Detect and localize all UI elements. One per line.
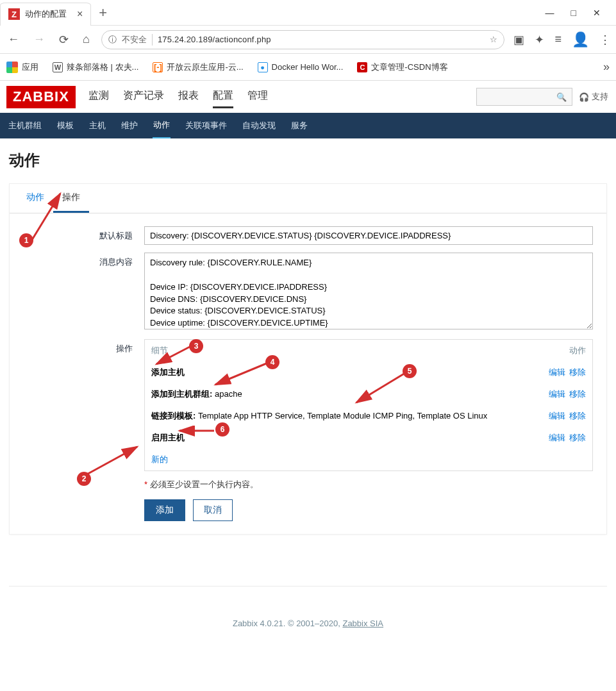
tab-title: 动作的配置 [25, 8, 67, 20]
tab-operations[interactable]: 操作 [53, 184, 89, 213]
extension-icon[interactable]: ▣ [513, 33, 524, 47]
remove-link[interactable]: 移除 [569, 432, 586, 444]
callout-4: 4 [265, 355, 279, 369]
zabbix-header: ZABBIX 监测 资产记录 报表 配置 管理 🔍 🎧支持 [0, 81, 616, 113]
subnav-actions[interactable]: 动作 [153, 113, 171, 139]
bookmark-label: Docker Hello Wor... [272, 62, 344, 72]
label-operations: 操作 [32, 339, 144, 354]
sub-nav: 主机群组 模板 主机 维护 动作 关联项事件 自动发现 服务 [0, 113, 616, 138]
footer: Zabbix 4.0.21. © 2001–2020, Zabbix SIA [9, 586, 607, 647]
bookmark-item[interactable]: ●Docker Hello Wor... [258, 62, 344, 72]
main-nav: 监测 资产记录 报表 配置 管理 [88, 85, 268, 108]
subnav-hosts[interactable]: 主机 [88, 113, 106, 138]
window-controls: — □ ✕ [545, 8, 616, 18]
ops-header: 细节 动作 [145, 340, 592, 362]
callout-2: 2 [77, 472, 91, 486]
nav-monitoring[interactable]: 监测 [88, 85, 109, 108]
back-icon[interactable]: ← [5, 30, 22, 49]
nav-inventory[interactable]: 资产记录 [123, 85, 164, 108]
maximize-icon[interactable]: □ [571, 8, 576, 18]
label-subject: 默认标题 [32, 226, 144, 242]
info-icon[interactable]: ⓘ [108, 34, 117, 46]
remove-link[interactable]: 移除 [569, 388, 586, 400]
col-action: 动作 [535, 345, 586, 356]
label-message: 消息内容 [32, 253, 144, 268]
callout-3: 3 [189, 339, 203, 353]
callout-6: 6 [215, 422, 229, 437]
subnav-correlation[interactable]: 关联项事件 [185, 113, 228, 138]
browser-tab[interactable]: Z 动作的配置 × [0, 3, 91, 26]
toolbar-icons: ▣ ✦ ≡ 👤 ⋮ [513, 31, 611, 48]
header-right: 🔍 🎧支持 [476, 88, 608, 106]
form-tabs: 动作 操作 [10, 184, 606, 213]
operation-row: 启用主机 编辑 移除 [145, 427, 592, 449]
headset-icon: 🎧 [579, 92, 589, 102]
zabbix-logo[interactable]: ZABBIX [6, 86, 76, 108]
minimize-icon[interactable]: — [545, 8, 554, 18]
reading-list-icon[interactable]: ≡ [554, 33, 562, 46]
edit-link[interactable]: 编辑 [549, 367, 565, 378]
url-box[interactable]: ⓘ 不安全 175.24.20.189/actionconf.php ☆ [101, 30, 505, 49]
bookmark-item[interactable]: [-]开放云原生应用-云... [153, 62, 243, 73]
nav-reports[interactable]: 报表 [178, 85, 199, 108]
subnav-discovery[interactable]: 自动发现 [242, 113, 276, 138]
remove-link[interactable]: 移除 [569, 410, 586, 422]
content-area: 动作 动作 操作 默认标题 消息内容 操作 细节 动作 [0, 138, 616, 673]
op-detail: 添加主机 [151, 367, 535, 378]
address-bar: ← → ⟳ ⌂ ⓘ 不安全 175.24.20.189/actionconf.p… [0, 26, 616, 54]
new-operation-link[interactable]: 新的 [145, 449, 592, 470]
csdn-icon: C [357, 62, 367, 72]
edit-link[interactable]: 编辑 [549, 432, 565, 444]
col-detail: 细节 [151, 345, 535, 356]
required-note: * 必须至少设置一个执行内容。 [144, 479, 606, 490]
op-detail: 链接到模板: Template App HTTP Service, Templa… [151, 410, 535, 422]
subnav-maintenance[interactable]: 维护 [121, 113, 138, 138]
op-detail: 启用主机 [151, 432, 535, 444]
apps-button[interactable]: 应用 [6, 62, 38, 73]
forward-icon: → [31, 30, 47, 49]
search-input[interactable]: 🔍 [476, 88, 572, 106]
support-link[interactable]: 🎧支持 [579, 91, 608, 103]
tab-action[interactable]: 动作 [17, 184, 53, 213]
bookmark-label: 文章管理-CSDN博客 [371, 62, 447, 73]
bookmark-star-icon[interactable]: ☆ [490, 35, 497, 44]
message-textarea[interactable] [144, 253, 593, 329]
wordpress-icon: W [53, 62, 63, 72]
divider [152, 34, 153, 46]
cancel-button[interactable]: 取消 [193, 499, 233, 521]
edit-link[interactable]: 编辑 [549, 410, 565, 422]
subnav-hostgroups[interactable]: 主机群组 [8, 113, 42, 138]
subject-input[interactable] [144, 226, 593, 245]
docker-icon: ● [258, 62, 268, 72]
form-body: 默认标题 消息内容 操作 细节 动作 添加主机 编辑 移除 添 [10, 213, 606, 471]
reload-icon[interactable]: ⟳ [56, 30, 71, 49]
subnav-services[interactable]: 服务 [290, 113, 308, 138]
aliyun-icon: [-] [153, 62, 163, 72]
home-icon[interactable]: ⌂ [80, 30, 92, 49]
op-detail: 添加到主机群组: apache [151, 388, 535, 400]
nav-configuration[interactable]: 配置 [213, 85, 233, 108]
more-bookmarks-icon[interactable]: » [603, 60, 610, 74]
nav-administration[interactable]: 管理 [247, 85, 268, 108]
bookmark-label: 辣条部落格 | 农夫... [67, 62, 138, 73]
footer-text: Zabbix 4.0.21. © 2001–2020, [233, 619, 342, 628]
subnav-templates[interactable]: 模板 [56, 113, 74, 138]
bookmarks-bar: 应用 W辣条部落格 | 农夫... [-]开放云原生应用-云... ●Docke… [0, 54, 616, 81]
new-tab-button[interactable]: + [91, 4, 115, 21]
apps-label: 应用 [22, 62, 38, 73]
close-window-icon[interactable]: ✕ [593, 8, 601, 18]
bookmark-item[interactable]: W辣条部落格 | 农夫... [53, 62, 138, 73]
zabbix-favicon: Z [8, 8, 20, 20]
page-title: 动作 [9, 150, 607, 171]
bookmark-item[interactable]: C文章管理-CSDN博客 [357, 62, 447, 73]
close-icon[interactable]: × [77, 8, 83, 20]
operation-row: 添加主机 编辑 移除 [145, 362, 592, 383]
edit-link[interactable]: 编辑 [549, 388, 565, 400]
footer-link[interactable]: Zabbix SIA [342, 619, 383, 628]
puzzle-icon[interactable]: ✦ [535, 33, 544, 47]
remove-link[interactable]: 移除 [569, 367, 586, 378]
url-text: 175.24.20.189/actionconf.php [158, 35, 271, 44]
profile-icon[interactable]: 👤 [572, 31, 589, 48]
add-button[interactable]: 添加 [144, 499, 185, 521]
menu-icon[interactable]: ⋮ [599, 33, 611, 47]
